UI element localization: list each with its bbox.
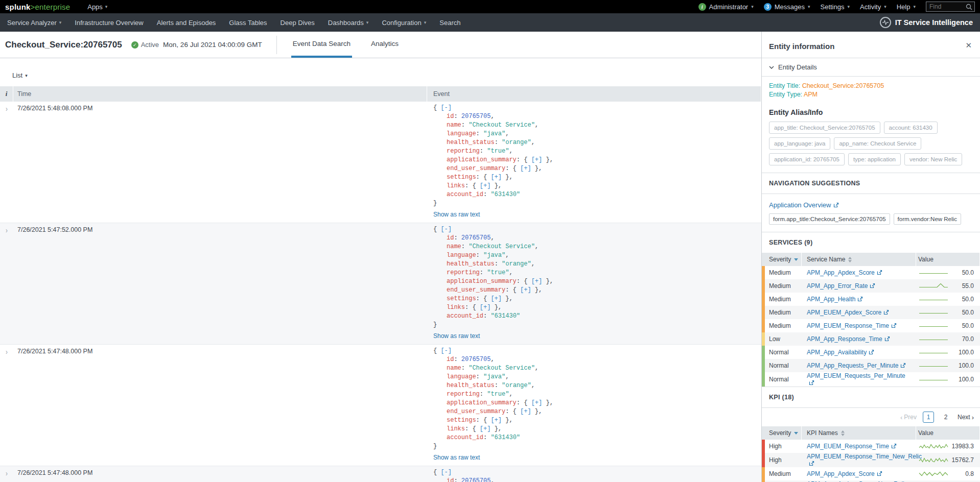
external-link-icon [857, 296, 863, 302]
service-link[interactable]: APM_App_Availability [807, 349, 874, 356]
itsi-navbar: Service Analyzer ▾ Infrastructure Overvi… [0, 13, 980, 32]
page-title: Checkout_Service:20765705 [5, 40, 122, 50]
service-value: 50.0 [962, 309, 974, 316]
find-input[interactable] [929, 3, 966, 10]
severity-column-header[interactable]: Severity [762, 426, 802, 440]
show-raw-link[interactable]: Show as raw text [433, 211, 480, 218]
chevron-left-icon: ‹ [900, 414, 902, 421]
expand-chevron-icon[interactable]: › [6, 226, 8, 235]
nav-item[interactable]: Infrastructure Overview [75, 19, 143, 27]
severity-bar [762, 346, 765, 359]
service-link[interactable]: APM_App_Response_Time [807, 335, 890, 343]
nav-item[interactable]: Deep Dives [281, 19, 315, 27]
administrator-menu[interactable]: i Administrator ▾ [698, 3, 754, 11]
kpi-link[interactable]: APM_App_Apdex_Score [807, 470, 882, 477]
external-link-icon [877, 270, 882, 275]
alias-chip: account: 631430 [884, 122, 938, 134]
nav-item[interactable]: Alerts and Episodes [157, 19, 216, 27]
service-severity: Medium [762, 269, 802, 276]
services-table-header: Severity Service Name Value [762, 253, 980, 266]
kpi-severity: High [762, 456, 802, 464]
status-badge: ✓ Active [131, 41, 159, 49]
service-row: Medium APM_App_Error_Rate 55.0 [762, 279, 980, 293]
apps-menu[interactable]: Apps ▾ [87, 3, 107, 11]
service-link[interactable]: APM_App_Requests_Per_Minute [807, 362, 906, 369]
service-link[interactable]: APM_App_Error_Rate [807, 282, 875, 290]
next-page-button[interactable]: Next › [958, 414, 974, 421]
tab[interactable]: Analytics [369, 32, 400, 58]
close-icon[interactable]: ✕ [965, 41, 972, 50]
event-json: { [-]id: 20765705,name: "Checkout Servic… [433, 225, 761, 329]
service-severity: Normal [762, 376, 802, 383]
external-link-icon [883, 309, 889, 315]
service-link[interactable]: APM_App_Health [807, 296, 863, 303]
event-json: { [-]id: 20765705,name: "Checkout Servic… [433, 468, 761, 482]
kpi-link[interactable]: APM_EUEM_Response_Time [807, 443, 897, 450]
kpi-row: Medium APM_App_Apdex_Score 0.8 [762, 467, 980, 480]
navigation-chip: form.vendor:New Relic [894, 213, 961, 225]
page-header: Checkout_Service:20765705 ✓ Active Mon, … [0, 32, 761, 58]
chevron-down-icon: ▾ [884, 4, 886, 9]
kpi-severity: High [762, 443, 802, 450]
service-link[interactable]: APM_EUEM_Requests_Per_Minute [807, 372, 905, 387]
application-overview-label: Application Overview [769, 201, 831, 209]
application-overview-link[interactable]: Application Overview [769, 201, 839, 209]
timestamp: Mon, 26 Jul 2021 04:00:09 GMT [163, 41, 262, 49]
nav-item[interactable]: Configuration ▾ [382, 19, 426, 27]
nav-item[interactable]: Service Analyzer ▾ [7, 19, 61, 27]
prev-page-button[interactable]: ‹ Prev [900, 414, 917, 421]
show-raw-link[interactable]: Show as raw text [433, 454, 480, 461]
main: Checkout_Service:20765705 ✓ Active Mon, … [0, 32, 980, 482]
event-time: 7/26/2021 5:47:52.000 PM [13, 225, 427, 340]
service-link[interactable]: APM_EUEM_Response_Time [807, 322, 897, 329]
nav-item[interactable]: Dashboards ▾ [328, 19, 369, 27]
chevron-down-icon: ▾ [847, 4, 850, 9]
event-cell: { [-]id: 20765705,name: "Checkout Servic… [427, 468, 761, 482]
service-link[interactable]: APM_EUEM_Apdex_Score [807, 309, 889, 316]
entity-detail-value: Checkout_Service:20765705 [802, 82, 884, 89]
messages-menu[interactable]: 3 Messages ▾ [764, 3, 810, 11]
service-name-column-header[interactable]: Service Name [802, 253, 916, 266]
nav-item-label: Alerts and Episodes [157, 19, 216, 27]
tab-label: Event Data Search [293, 40, 351, 47]
event-row: › 7/26/2021 5:47:48.000 PM { [-]id: 2076… [0, 466, 761, 482]
kpi-table-header: Severity KPI Names Value [762, 426, 980, 440]
severity-column-header[interactable]: Severity [762, 253, 802, 266]
kpi-names-column-header[interactable]: KPI Names [802, 426, 916, 440]
activity-menu[interactable]: Activity ▾ [860, 3, 886, 11]
sparkline-chart [918, 282, 949, 290]
nav-item[interactable]: Search [439, 19, 460, 27]
sparkline-chart [918, 296, 949, 303]
nav-item-label: Search [439, 19, 460, 27]
view-mode-dropdown[interactable]: List ▾ [12, 71, 28, 79]
time-column-header: Time [13, 86, 427, 102]
event-time: 7/26/2021 5:47:48.000 PM [13, 468, 427, 482]
entity-detail-field: Entity Type: APM [769, 90, 973, 99]
kpi-link[interactable]: APM_EUEM_Response_Time_New_Relic [807, 453, 922, 467]
tab[interactable]: Event Data Search [291, 32, 352, 58]
chevron-down-icon: ▾ [105, 4, 108, 9]
severity-bar [762, 306, 765, 319]
entity-details-toggle[interactable]: Entity Details [762, 58, 980, 76]
service-link[interactable]: APM_App_Apdex_Score [807, 269, 882, 276]
expand-chevron-icon[interactable]: › [6, 348, 8, 356]
kpi-table-body: High APM_EUEM_Response_Time 13983.3 High [762, 440, 980, 482]
kpi-row: High APM_EUEM_Response_Time_New_Relic 15… [762, 453, 980, 467]
page-number-button[interactable]: 1 [923, 412, 934, 423]
nav-item[interactable]: Glass Tables [229, 19, 267, 27]
expand-chevron-icon[interactable]: › [6, 105, 8, 113]
find-search[interactable] [926, 2, 975, 12]
sort-desc-icon [794, 432, 798, 435]
severity-bar [762, 372, 765, 387]
event-cell: { [-]id: 20765705,name: "Checkout Servic… [427, 104, 761, 219]
settings-menu[interactable]: Settings ▾ [821, 3, 850, 11]
show-raw-link[interactable]: Show as raw text [433, 332, 480, 340]
alias-chip: app_name: Checkout Service [834, 137, 921, 150]
help-menu[interactable]: Help ▾ [897, 3, 916, 11]
severity-bar [762, 453, 765, 467]
page-number-button[interactable]: 2 [940, 412, 951, 423]
expand-chevron-icon[interactable]: › [6, 469, 8, 478]
event-json: { [-]id: 20765705,name: "Checkout Servic… [433, 104, 761, 208]
severity-bar [762, 279, 765, 293]
alias-chip: app_language: java [769, 137, 830, 150]
